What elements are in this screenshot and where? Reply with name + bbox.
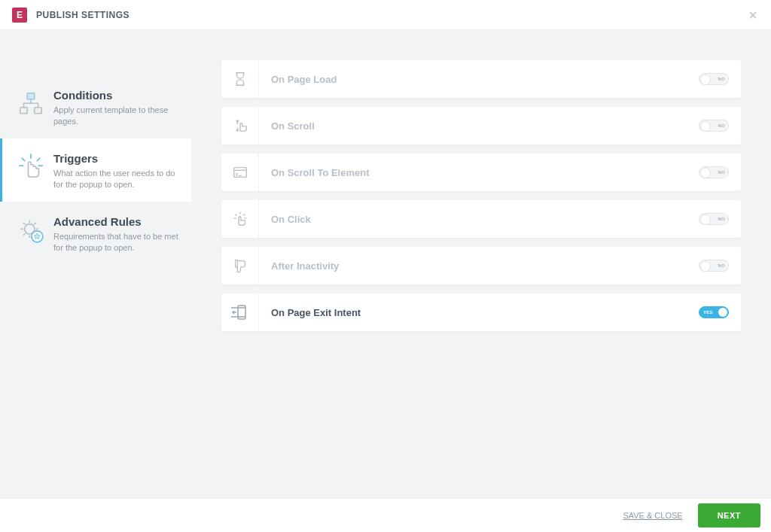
- header: E PUBLISH SETTINGS ×: [0, 0, 771, 30]
- toggle-scroll[interactable]: NO: [699, 120, 729, 132]
- scroll-hand-icon: [221, 107, 259, 144]
- sidebar-item-triggers[interactable]: Triggers What action the user needs to d…: [0, 138, 191, 202]
- sidebar-item-conditions[interactable]: Conditions Apply current template to the…: [0, 75, 191, 138]
- trigger-row-page-load: On Page Load NO: [221, 60, 741, 98]
- thumbs-down-icon: [221, 247, 259, 284]
- svg-rect-1: [20, 108, 28, 114]
- trigger-label: On Scroll: [259, 107, 696, 144]
- sidebar-item-advanced[interactable]: Advanced Rules Requirements that have to…: [0, 202, 191, 265]
- sidebar-item-label: Advanced Rules: [53, 215, 184, 228]
- trigger-row-scroll-element: On Scroll To Element NO: [221, 154, 741, 191]
- gear-star-icon: [13, 212, 49, 248]
- sidebar-item-desc: What action the user needs to do for the…: [53, 168, 184, 191]
- page-title: PUBLISH SETTINGS: [36, 10, 130, 20]
- svg-line-4: [22, 158, 25, 161]
- close-icon[interactable]: ×: [744, 6, 762, 24]
- toggle-page-load[interactable]: NO: [699, 73, 729, 85]
- trigger-row-scroll: On Scroll NO: [221, 107, 741, 144]
- next-button[interactable]: NEXT: [698, 503, 760, 527]
- footer: SAVE & CLOSE NEXT: [0, 498, 771, 532]
- main-panel: On Page Load NO On Scroll NO: [191, 30, 771, 498]
- trigger-label: On Click: [259, 200, 696, 238]
- toggle-exit-intent[interactable]: YES: [699, 306, 729, 318]
- terminal-icon: [221, 154, 259, 191]
- trigger-label: On Page Exit Intent: [259, 293, 696, 331]
- sitemap-icon: [13, 86, 49, 122]
- sidebar-item-desc: Requirements that have to be met for the…: [53, 231, 184, 254]
- svg-line-15: [243, 214, 245, 216]
- toggle-inactivity[interactable]: NO: [699, 260, 729, 272]
- sidebar-item-desc: Apply current template to these pages.: [53, 105, 184, 128]
- trigger-label: On Page Load: [259, 60, 696, 98]
- sidebar-item-label: Triggers: [53, 152, 184, 165]
- body: Conditions Apply current template to the…: [0, 30, 771, 498]
- exit-device-icon: [221, 293, 259, 331]
- toggle-scroll-element[interactable]: NO: [699, 166, 729, 178]
- svg-rect-0: [27, 93, 35, 99]
- sidebar: Conditions Apply current template to the…: [0, 30, 191, 498]
- trigger-label: After Inactivity: [259, 247, 696, 284]
- svg-line-14: [235, 214, 236, 216]
- save-and-close-link[interactable]: SAVE & CLOSE: [623, 511, 682, 520]
- click-burst-icon: [13, 149, 49, 185]
- trigger-label: On Scroll To Element: [259, 154, 696, 191]
- hourglass-icon: [221, 60, 259, 98]
- toggle-click[interactable]: NO: [699, 213, 729, 225]
- click-icon: [221, 200, 259, 238]
- sidebar-item-label: Conditions: [53, 89, 184, 102]
- trigger-row-inactivity: After Inactivity NO: [221, 247, 741, 284]
- elementor-logo: E: [12, 8, 27, 23]
- trigger-row-click: On Click NO: [221, 200, 741, 238]
- svg-rect-2: [35, 108, 42, 114]
- trigger-row-exit-intent: On Page Exit Intent YES: [221, 293, 741, 331]
- svg-line-5: [37, 158, 40, 161]
